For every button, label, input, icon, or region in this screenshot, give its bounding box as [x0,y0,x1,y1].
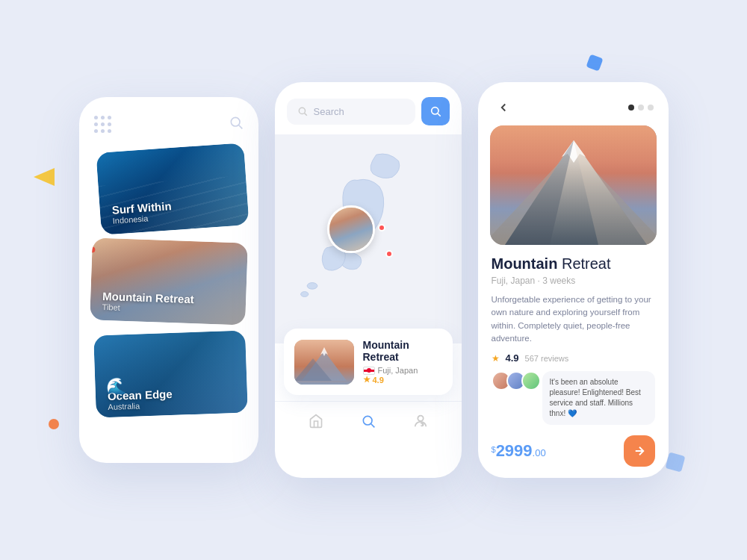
svg-line-3 [304,113,306,116]
deco-teal-square [666,452,686,473]
avatar-3 [521,371,541,391]
phone-1-header [79,97,258,140]
search-button-icon [430,105,441,117]
detail-description: Unforgetable experience of getting to yo… [492,293,655,345]
detail-meta: Fuji, Japan · 3 weeks [492,276,655,286]
map-circle-image [329,208,373,251]
price-display: $2999.00 [492,441,546,461]
svg-point-0 [231,117,240,126]
star-1: ★ [492,353,500,364]
svg-line-13 [371,424,374,428]
svg-marker-17 [490,148,657,245]
reviews-row: It's been an absolute pleasure! Enlighte… [492,371,655,425]
search-button[interactable] [421,97,450,125]
card-ocean-edge[interactable]: 🌊 Ocean Edge Australia [93,330,248,417]
title-regular: Retreat [557,255,610,272]
progress-dot-1 [628,105,634,111]
destination-meta: Fuji, Japan [363,366,442,375]
card-surf-label: Surf Within Indonesia [111,199,173,225]
rating-row: ★ 4.9 567 reviews [492,352,655,364]
rating-value: 4.9 [373,376,384,385]
svg-marker-21 [574,140,647,245]
home-icon [309,414,323,429]
map-pin-2 [385,250,393,258]
detail-content: Mountain Retreat Fuji, Japan · 3 weeks U… [478,245,669,477]
hero-image [490,125,657,245]
star-icon: ★ [363,375,371,385]
destination-location: Fuji, Japan [378,366,418,375]
destination-rating: ★ 4.9 [363,375,442,385]
search-icon[interactable] [229,115,244,133]
japan-flag-icon [363,367,375,375]
mountain-mini-svg [294,340,354,385]
nav-search-icon [361,414,376,429]
card-dot-mountain [90,246,95,252]
svg-rect-16 [490,125,657,245]
nav-search[interactable] [359,412,377,430]
review-count: 567 reviews [525,354,569,363]
price-row: $2999.00 [492,435,655,467]
svg-point-7 [300,292,308,297]
hero-mountain-svg [490,125,657,245]
back-icon [497,101,510,114]
svg-point-12 [363,416,372,425]
menu-icon[interactable] [94,116,111,133]
arrow-right-icon [633,444,646,458]
travel-cards-stack: Surf Within Indonesia Mountain Retreat T… [79,140,258,423]
phone-2: Search [275,82,462,478]
card-flower-icon: 🌊 [105,376,126,396]
review-bubble: It's been an absolute pleasure! Enlighte… [542,371,655,425]
book-button[interactable] [624,435,655,467]
destination-card-info: Mountain Retreat Fuji, Japan ★ 4.9 [363,339,442,385]
card-mountain-retreat[interactable]: Mountain Retreat Tibet [90,237,248,325]
svg-line-1 [238,125,242,129]
search-input[interactable]: Search [287,99,415,125]
svg-marker-19 [562,140,586,163]
destination-card-image [294,340,354,385]
price-amount: 2999 [496,441,533,460]
svg-line-5 [438,113,441,116]
back-button[interactable] [493,97,514,118]
svg-point-2 [299,108,305,113]
svg-marker-20 [505,140,574,245]
search-placeholder-text: Search [314,106,344,117]
deco-orange-dot [49,419,59,429]
map-location-preview [327,205,375,253]
nav-profile[interactable] [412,412,430,430]
progress-dot-3 [648,105,654,111]
svg-point-4 [431,108,438,114]
search-input-icon [297,106,308,116]
svg-point-6 [307,283,317,290]
card-surf-within[interactable]: Surf Within Indonesia [96,143,249,235]
nav-home[interactable] [307,412,325,430]
progress-dots [628,105,654,111]
bottom-navigation [275,401,462,441]
deco-yellow-triangle [34,168,55,186]
price-cents: .00 [533,447,546,458]
profile-icon [412,413,429,429]
map-pin-1 [378,224,385,231]
rating-value: 4.9 [506,352,519,364]
card-mountain-label: Mountain Retreat Tibet [102,290,193,314]
progress-dot-2 [638,105,644,111]
deco-blue-square [586,54,603,71]
stars-display: ★ [492,353,500,364]
search-bar: Search [287,97,450,125]
phones-container: Surf Within Indonesia Mountain Retreat T… [79,82,669,478]
detail-title: Mountain Retreat [492,255,655,273]
title-bold: Mountain [492,255,558,272]
destination-title: Mountain Retreat [363,339,442,363]
map-area [275,134,462,343]
avatar-group [492,371,536,391]
svg-point-14 [418,416,423,421]
phone-3: Mountain Retreat Fuji, Japan · 3 weeks U… [478,82,669,478]
phone-3-header [478,82,669,125]
phone-1: Surf Within Indonesia Mountain Retreat T… [79,97,258,463]
destination-card[interactable]: Mountain Retreat Fuji, Japan ★ 4.9 [284,329,453,395]
svg-marker-18 [505,140,647,245]
